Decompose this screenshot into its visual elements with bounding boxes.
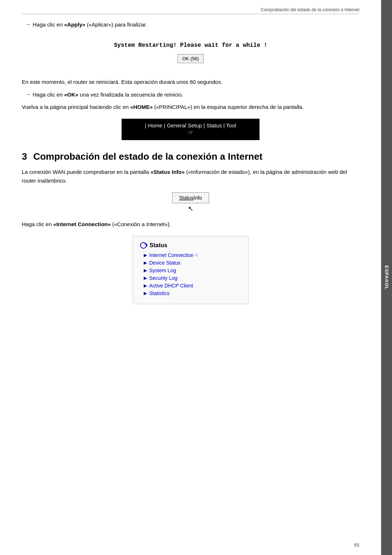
section-number: 3 [22, 151, 27, 162]
menu-label-system-log: System Log [149, 268, 176, 273]
nav-bar-text: | Home | General Setup | Status | Tool [145, 122, 236, 128]
cursor-hand-icon-2: ☟ [195, 252, 198, 258]
menu-arrow-icon-5: ▶ [144, 283, 147, 288]
status-panel: Status ▶ Internet Connection ☟ ▶ Device … [132, 236, 249, 304]
status-panel-title: Status [140, 242, 241, 249]
apply-text: Haga clic en «Apply» («Aplicar») para fi… [33, 21, 147, 28]
section3-heading: 3 Comprobación del estado de la conexión… [22, 151, 359, 162]
language-tab: ESPAñOL [381, 0, 392, 555]
status-circle-icon [140, 242, 147, 249]
menu-arrow-icon-6: ▶ [144, 291, 147, 296]
status-info-label: StatusInfo [179, 195, 202, 201]
breadcrumb: Comprobación del estado de la conexión a… [22, 7, 359, 14]
menu-label-security-log: Security Log [149, 275, 177, 281]
ok-bold: «OK» [64, 91, 78, 98]
status-info-bold: «Status Info» [151, 169, 185, 175]
internet-connection-bold: «Internet Connection» [53, 221, 111, 227]
menu-item-active-dhcp[interactable]: ▶ Active DHCP Client [140, 283, 241, 289]
status-info-button[interactable]: StatusInfo [172, 192, 209, 203]
menu-label-active-dhcp: Active DHCP Client [149, 283, 193, 289]
menu-arrow-icon-4: ▶ [144, 276, 147, 281]
ok-instruction: → Haga clic en «OK» una vez finalizada l… [22, 91, 359, 98]
arrow-icon: → [25, 21, 30, 27]
restart-box: System Restarting! Please wait for a whi… [22, 38, 359, 67]
menu-arrow-icon-2: ▶ [144, 260, 147, 265]
menu-label-internet-connection: Internet Connection [149, 252, 193, 258]
cursor-pointer-icon: ↖ [154, 205, 227, 213]
home-instruction: Vuelva a la página principal haciendo cl… [22, 103, 359, 111]
menu-arrow-icon-3: ▶ [144, 268, 147, 273]
ok-button[interactable]: OK (56) [177, 54, 204, 63]
menu-arrow-icon-1: ▶ [144, 253, 147, 258]
menu-item-statistics[interactable]: ▶ Statistics [140, 290, 241, 296]
restart-title: System Restarting! Please wait for a whi… [25, 42, 356, 49]
apply-instruction: → Haga clic en «Apply» («Aplicar») para … [22, 21, 359, 28]
status-underline: Status [179, 195, 193, 201]
cursor-hand-icon: ☞ [188, 129, 193, 136]
home-bold: «HOME» [130, 104, 153, 110]
menu-item-system-log[interactable]: ▶ System Log [140, 268, 241, 273]
arrow-icon-2: → [25, 91, 30, 97]
nav-bar-image: | Home | General Setup | Status | Tool ☞ [122, 119, 260, 140]
status-info-area: StatusInfo ↖ [154, 192, 227, 213]
menu-item-internet-connection[interactable]: ▶ Internet Connection ☟ [140, 252, 241, 258]
menu-item-device-status[interactable]: ▶ Device Status [140, 260, 241, 266]
internet-connection-instruction: Haga clic en «Internet Connection» («Con… [22, 220, 359, 229]
menu-label-device-status: Device Status [149, 260, 180, 266]
status-panel-label: Status [150, 242, 167, 249]
apply-bold: «Apply» [64, 21, 85, 28]
section3-title: Comprobación del estado de la conexión a… [33, 151, 262, 162]
section3-description: La conexión WAN puede comprobarse en la … [22, 168, 359, 185]
menu-item-security-log[interactable]: ▶ Security Log [140, 275, 241, 281]
menu-label-statistics: Statistics [149, 290, 170, 296]
ok-text: Haga clic en «OK» una vez finalizada la … [33, 91, 183, 98]
page-number: 65 [354, 542, 359, 548]
restart-description: En este momento, el router se reiniciará… [22, 78, 359, 86]
